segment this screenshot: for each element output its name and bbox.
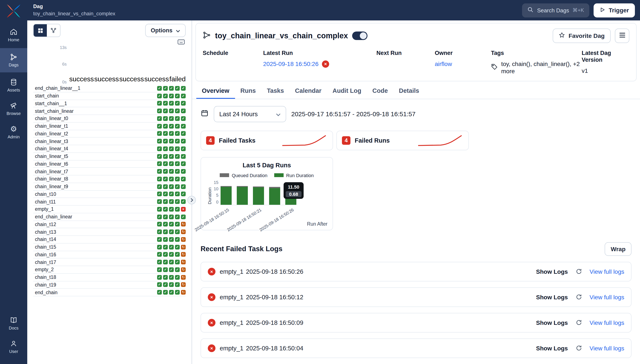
task-instance-square[interactable]: [175, 237, 180, 242]
task-instance-square[interactable]: [169, 214, 174, 219]
dag-menu-button[interactable]: [615, 28, 629, 43]
failed-runs-card[interactable]: 4 Failed Runs: [336, 131, 469, 150]
task-instance-square[interactable]: [181, 154, 186, 158]
failed-task-id[interactable]: empty_1: [220, 345, 243, 352]
task-instance-square[interactable]: [169, 230, 174, 234]
task-instance-square[interactable]: [175, 86, 180, 91]
task-instance-square[interactable]: [169, 108, 174, 113]
task-instance-square[interactable]: [169, 267, 174, 272]
task-instance-square[interactable]: [175, 282, 180, 287]
task-name[interactable]: empty_2: [33, 267, 54, 272]
task-instance-square[interactable]: [169, 154, 174, 158]
task-instance-square[interactable]: [175, 116, 180, 121]
task-instance-square[interactable]: [175, 146, 180, 151]
task-instance-square[interactable]: [175, 192, 180, 196]
task-instance-square[interactable]: [169, 282, 174, 287]
failed-task-id[interactable]: empty_1: [220, 294, 243, 300]
task-instance-square[interactable]: [157, 214, 162, 219]
task-instance-square[interactable]: [157, 184, 162, 189]
task-instance-square[interactable]: [181, 237, 186, 242]
wrap-button[interactable]: Wrap: [605, 242, 632, 256]
task-instance-square[interactable]: [169, 199, 174, 204]
task-instance-square[interactable]: [175, 177, 180, 181]
task-instance-square[interactable]: [169, 169, 174, 174]
dag-run-bar[interactable]: [269, 187, 280, 205]
task-instance-square[interactable]: [157, 230, 162, 234]
tab-calendar[interactable]: Calendar: [290, 83, 327, 99]
sidebar-item-assets[interactable]: Assets: [0, 75, 27, 96]
task-instance-square[interactable]: [169, 101, 174, 106]
task-instance-square[interactable]: [163, 108, 168, 113]
tab-audit-log[interactable]: Audit Log: [327, 83, 367, 99]
task-instance-square[interactable]: [169, 124, 174, 128]
task-instance-square[interactable]: [181, 222, 186, 227]
refresh-icon[interactable]: [576, 345, 582, 352]
task-instance-square[interactable]: [175, 244, 180, 249]
sidebar-item-docs[interactable]: Docs: [0, 313, 27, 334]
task-instance-square[interactable]: [157, 101, 162, 106]
task-instance-square[interactable]: [163, 222, 168, 227]
task-instance-square[interactable]: [175, 131, 180, 136]
task-instance-square[interactable]: [181, 101, 186, 106]
task-instance-square[interactable]: [157, 275, 162, 280]
task-instance-square[interactable]: [157, 244, 162, 249]
task-instance-square[interactable]: [157, 290, 162, 294]
task-instance-square[interactable]: [157, 282, 162, 287]
task-name[interactable]: chain_linear_t1: [33, 124, 68, 128]
dag-run-bar[interactable]: [220, 186, 232, 204]
airflow-logo[interactable]: [6, 4, 21, 19]
tab-tasks[interactable]: Tasks: [262, 83, 290, 99]
task-instance-square[interactable]: [181, 275, 186, 280]
task-instance-square[interactable]: [157, 260, 162, 264]
task-name[interactable]: chain_t17: [33, 260, 56, 264]
task-instance-square[interactable]: [169, 275, 174, 280]
show-logs-button[interactable]: Show Logs: [536, 345, 568, 352]
task-instance-square[interactable]: [181, 192, 186, 196]
task-instance-square[interactable]: [175, 162, 180, 166]
task-instance-square[interactable]: [163, 86, 168, 91]
task-instance-square[interactable]: [169, 222, 174, 227]
task-instance-square[interactable]: [163, 275, 168, 280]
legend-run[interactable]: Run Duration: [274, 173, 314, 178]
task-instance-square[interactable]: [157, 252, 162, 257]
task-instance-square[interactable]: [175, 94, 180, 98]
task-name[interactable]: chain_linear_t7: [33, 169, 68, 174]
task-instance-square[interactable]: [157, 131, 162, 136]
task-name[interactable]: start_chain: [33, 93, 59, 98]
shortcut-legend-icon[interactable]: [178, 39, 185, 46]
task-instance-square[interactable]: [169, 131, 174, 136]
failed-tasks-card[interactable]: 4 Failed Tasks: [200, 131, 333, 150]
task-instance-square[interactable]: [157, 237, 162, 242]
task-name[interactable]: empty_1: [33, 207, 54, 212]
task-name[interactable]: chain_linear_t3: [33, 138, 68, 144]
tags-value[interactable]: toy, chain(), chain_linear(), +2 more: [501, 60, 582, 75]
task-instance-square[interactable]: [181, 184, 186, 189]
tab-code[interactable]: Code: [367, 83, 394, 99]
task-instance-square[interactable]: [175, 101, 180, 106]
task-instance-square[interactable]: [175, 267, 180, 272]
task-instance-square[interactable]: [163, 169, 168, 174]
task-instance-square[interactable]: [181, 94, 186, 98]
dag-pause-toggle[interactable]: [352, 32, 368, 40]
task-instance-square[interactable]: [163, 116, 168, 121]
task-instance-square[interactable]: [181, 162, 186, 166]
view-full-logs-link[interactable]: View full logs: [590, 319, 624, 326]
task-instance-square[interactable]: [181, 282, 186, 287]
task-instance-square[interactable]: [169, 207, 174, 212]
task-instance-square[interactable]: [175, 230, 180, 234]
task-instance-square[interactable]: [181, 177, 186, 181]
task-instance-square[interactable]: [163, 214, 168, 219]
task-instance-square[interactable]: [175, 290, 180, 294]
task-instance-square[interactable]: [169, 177, 174, 181]
grid-view-button[interactable]: [34, 24, 47, 36]
latest-run-link[interactable]: 2025-09-18 16:50:26: [263, 61, 318, 68]
options-button[interactable]: Options: [145, 24, 186, 37]
task-instance-square[interactable]: [175, 124, 180, 128]
task-instance-square[interactable]: [181, 139, 186, 144]
task-instance-square[interactable]: [181, 124, 186, 128]
show-logs-button[interactable]: Show Logs: [536, 294, 568, 300]
task-instance-square[interactable]: [163, 101, 168, 106]
task-instance-square[interactable]: [157, 222, 162, 227]
task-instance-square[interactable]: [169, 116, 174, 121]
task-instance-square[interactable]: [181, 146, 186, 151]
